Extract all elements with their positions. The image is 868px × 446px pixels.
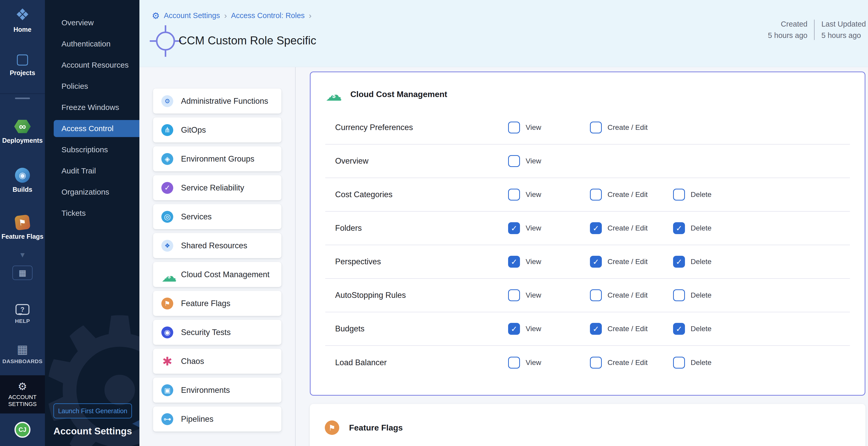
sidebar-item[interactable]: Organizations <box>45 182 140 202</box>
content-vertical-divider <box>295 67 296 446</box>
permission-checkbox[interactable] <box>590 122 602 133</box>
resource-category-item[interactable]: ⊶ Pipelines <box>153 407 281 432</box>
resource-category-label: Environments <box>181 386 230 395</box>
permission-cell: Delete <box>673 357 712 369</box>
permission-checkbox[interactable] <box>590 189 602 200</box>
permission-row-label: Overview <box>335 156 368 166</box>
resource-category-item[interactable]: ⚑ Feature Flags <box>153 291 281 316</box>
resource-category-label: Services <box>181 212 212 221</box>
resource-category-item[interactable]: ◉ Security Tests <box>153 320 281 345</box>
sidebar-item[interactable]: Policies <box>45 75 140 97</box>
permission-checkbox[interactable] <box>508 289 520 301</box>
launch-first-generation-button[interactable]: Launch First Generation <box>54 404 132 418</box>
rail-item-deployments[interactable]: ∞ Deployments <box>0 119 45 144</box>
feature-flags-permissions-panel: ⚑ Feature Flags <box>310 404 865 446</box>
permission-checkbox[interactable] <box>590 357 602 369</box>
permission-checkbox[interactable] <box>508 122 520 133</box>
permission-checkbox[interactable] <box>673 256 685 268</box>
permission-cell: View <box>508 289 541 301</box>
permission-checkbox[interactable] <box>508 155 520 167</box>
permission-checkbox-label: Delete <box>691 224 712 232</box>
permission-checkbox[interactable] <box>508 256 520 268</box>
breadcrumb: ⚙ Account Settings › Access Control: Rol… <box>152 11 312 21</box>
permission-checkbox-label: Delete <box>691 291 712 299</box>
resource-category-item[interactable]: ◎ Services <box>153 204 281 229</box>
rail-item-home[interactable]: ❖ Home <box>0 7 45 33</box>
resource-category-label: Service Reliability <box>181 183 244 193</box>
resource-category-icon: ◈ <box>161 153 173 165</box>
sidebar-item[interactable]: Access Control <box>45 118 140 139</box>
sidebar-item-label: Tickets <box>45 202 140 224</box>
chevron-down-icon[interactable]: ▼ <box>0 251 45 259</box>
permission-checkbox-label: Create / Edit <box>608 358 648 367</box>
permission-checkbox[interactable] <box>673 222 685 234</box>
collapse-sidebar-icon[interactable]: ◀ <box>132 418 140 428</box>
resource-category-icon: ⊶ <box>161 413 173 425</box>
permission-checkbox[interactable] <box>673 189 685 200</box>
permission-checkbox-label: Create / Edit <box>608 325 648 333</box>
sidebar-item-label: Audit Trail <box>45 160 140 182</box>
sidebar-item[interactable]: Subscriptions <box>45 139 140 160</box>
sidebar-item-label: Freeze Windows <box>45 97 140 118</box>
module-rail: ❖ Home ▢ Projects ∞ Deployments ◉ Builds… <box>0 0 45 446</box>
grid-icon: ▦ <box>19 268 26 278</box>
sidebar-item[interactable]: Overview <box>45 12 140 33</box>
resource-category-item[interactable]: ✓ Service Reliability <box>153 175 281 200</box>
permission-checkbox[interactable] <box>590 222 602 234</box>
gear-watermark: ⚙ <box>45 291 140 446</box>
module-grid-button[interactable]: ▦ <box>12 265 33 280</box>
settings-sidebar: ⚙ Overview Authentication Account Resour… <box>45 0 140 446</box>
resource-category-item[interactable]: ❖ Shared Resources <box>153 233 281 258</box>
permission-checkbox[interactable] <box>590 256 602 268</box>
resource-category-item[interactable]: ⚙ Administrative Functions <box>153 89 281 114</box>
breadcrumb-access-control-roles[interactable]: Access Control: Roles <box>231 11 305 20</box>
permission-checkbox[interactable] <box>673 323 685 335</box>
permission-checkbox[interactable] <box>508 222 520 234</box>
breadcrumb-account-settings[interactable]: Account Settings <box>164 11 220 20</box>
panel-title: Cloud Cost Management <box>350 90 447 99</box>
permission-checkbox-label: View <box>526 325 541 333</box>
home-icon: ❖ <box>15 7 30 23</box>
permission-checkbox[interactable] <box>508 189 520 200</box>
dashboards-icon: ▦ <box>17 343 28 355</box>
permission-row-label: AutoStopping Rules <box>335 291 406 300</box>
permission-checkbox[interactable] <box>508 357 520 369</box>
permission-row: AutoStopping Rules View <box>325 279 850 312</box>
sidebar-title: Account Settings <box>54 426 132 437</box>
resource-category-item[interactable]: ⋔ GitOps <box>153 118 281 142</box>
resource-category-item[interactable]: ✱ Chaos <box>153 349 281 374</box>
rail-item-feature-flags[interactable]: ⚑ Feature Flags <box>0 215 45 240</box>
last-updated-meta: Last Updated 5 hours ago <box>821 19 866 41</box>
permission-checkbox-label: View <box>526 224 541 232</box>
permission-checkbox[interactable] <box>673 289 685 301</box>
rail-item-dashboards[interactable]: ▦ DASHBOARDS <box>0 343 45 364</box>
resource-category-item[interactable]: ☁ $ Cloud Cost Management <box>153 262 281 287</box>
avatar[interactable]: CJ <box>14 422 30 438</box>
sidebar-item[interactable]: Freeze Windows <box>45 97 140 118</box>
rail-item-account-settings[interactable]: ⚙ ACCOUNT SETTINGS <box>0 375 45 413</box>
sidebar-item[interactable]: Account Resources <box>45 55 140 75</box>
permission-cell: Delete <box>673 256 712 268</box>
page-title: CCM Custom Role Specific <box>179 34 316 47</box>
rail-item-builds[interactable]: ◉ Builds <box>0 168 45 193</box>
role-target-icon <box>150 25 181 57</box>
permission-checkbox[interactable] <box>673 357 685 369</box>
permission-checkbox[interactable] <box>590 289 602 301</box>
permission-checkbox[interactable] <box>508 323 520 335</box>
sidebar-item[interactable]: Audit Trail <box>45 160 140 182</box>
permission-row-label: Folders <box>335 224 362 233</box>
resource-category-item[interactable]: ◈ Environment Groups <box>153 146 281 171</box>
rail-item-projects[interactable]: ▢ Projects <box>0 52 45 77</box>
sidebar-item[interactable]: Tickets <box>45 202 140 224</box>
sidebar-item[interactable]: Authentication <box>45 33 140 55</box>
rail-item-help[interactable]: ? HELP <box>0 304 45 324</box>
resource-category-icon: ⋔ <box>161 124 173 136</box>
permission-checkbox-label: Delete <box>691 190 712 199</box>
sidebar-menu: Overview Authentication Account Resource… <box>45 12 140 224</box>
permission-row: Load Balancer View <box>325 346 850 379</box>
sidebar-item-label: Overview <box>45 12 140 33</box>
permission-checkbox[interactable] <box>590 323 602 335</box>
last-updated-label: Last Updated <box>821 19 866 30</box>
resource-category-item[interactable]: ▣ Environments <box>153 378 281 403</box>
settings-gear-icon: ⚙ <box>152 11 160 20</box>
